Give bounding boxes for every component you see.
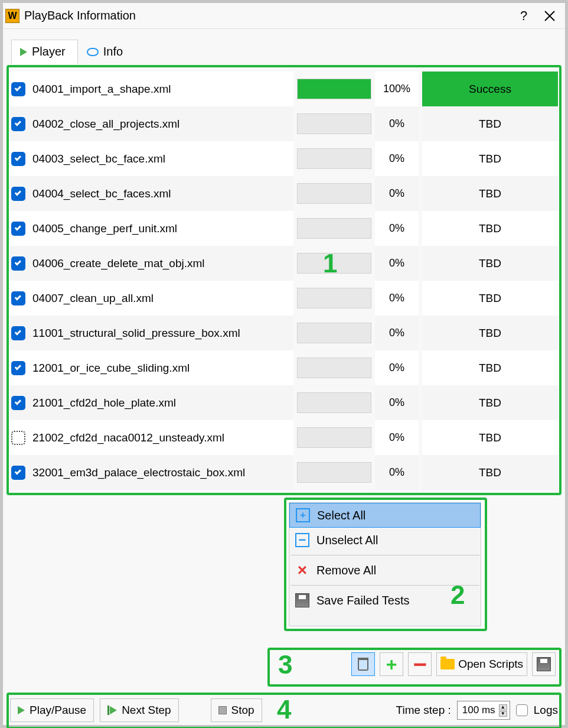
- checkmark-icon: [15, 294, 21, 300]
- progress-cell: [297, 281, 371, 316]
- logs-label: Logs: [534, 704, 558, 717]
- tab-info[interactable]: Info: [78, 40, 135, 64]
- status-cell: TBD: [422, 281, 558, 316]
- close-button[interactable]: [537, 3, 563, 29]
- table-row[interactable]: 21002_cfd2d_naca0012_unsteady.xml0%TBD: [10, 420, 558, 455]
- status-cell: TBD: [422, 350, 558, 385]
- progress-cell: [297, 455, 371, 490]
- status-cell: Success: [422, 72, 558, 106]
- progress-cell: [297, 176, 371, 211]
- progress-cell: [297, 72, 371, 106]
- table-row[interactable]: 11001_structural_solid_pressure_box.xml0…: [10, 316, 558, 350]
- row-checkbox[interactable]: [11, 291, 25, 306]
- logs-checkbox[interactable]: [516, 704, 528, 716]
- table-row[interactable]: 04002_close_all_projects.xml0%TBD: [10, 106, 558, 141]
- window-title: PlayBack Information: [24, 9, 511, 22]
- row-checkbox[interactable]: [11, 256, 25, 271]
- row-checkbox[interactable]: [11, 361, 25, 375]
- play-pause-button[interactable]: Play/Pause: [10, 698, 94, 722]
- stop-label: Stop: [231, 704, 254, 717]
- cell-name: 04006_create_delete_mat_obj.xml: [10, 246, 293, 281]
- status-cell: TBD: [422, 176, 558, 211]
- progress-bar: [297, 462, 371, 483]
- row-checkbox[interactable]: [11, 117, 25, 131]
- trash-button[interactable]: [351, 652, 375, 676]
- next-step-icon: [107, 706, 117, 715]
- checkmark-icon: [15, 84, 21, 91]
- add-button[interactable]: +: [380, 652, 403, 676]
- row-checkbox[interactable]: [11, 82, 25, 96]
- row-checkbox[interactable]: [11, 152, 25, 166]
- table-row[interactable]: 04004_select_bc_faces.xml0%TBD: [10, 176, 558, 211]
- menu-unselect-all[interactable]: − Unselect All: [289, 528, 481, 552]
- annotation-number-1: 1: [323, 249, 337, 278]
- row-checkbox[interactable]: [11, 431, 25, 445]
- save-button[interactable]: [532, 652, 556, 676]
- menu-save-failed-label: Save Failed Tests: [316, 594, 410, 607]
- next-step-label: Next Step: [122, 704, 171, 717]
- table-row[interactable]: 32001_em3d_palace_electrostaic_box.xml0%…: [10, 455, 558, 490]
- filename: 04005_change_perf_unit.xml: [32, 222, 177, 235]
- play-icon: [20, 48, 27, 56]
- checkmark-icon: [15, 189, 21, 196]
- trash-icon: [358, 658, 368, 671]
- percent-cell: 0%: [375, 455, 419, 490]
- row-checkbox[interactable]: [11, 222, 25, 236]
- help-button[interactable]: ?: [511, 3, 537, 29]
- x-icon: ×: [295, 563, 309, 577]
- cell-name: 11001_structural_solid_pressure_box.xml: [10, 316, 293, 350]
- row-checkbox[interactable]: [11, 326, 25, 340]
- save-icon: [295, 593, 309, 607]
- row-checkbox[interactable]: [11, 187, 25, 201]
- filename: 04004_select_bc_faces.xml: [32, 187, 171, 200]
- status-cell: TBD: [422, 455, 558, 490]
- table-row[interactable]: 04006_create_delete_mat_obj.xml0%TBD: [10, 246, 558, 281]
- progress-bar: [297, 392, 371, 413]
- filename: 21001_cfd2d_hole_plate.xml: [32, 396, 176, 410]
- spinner-down[interactable]: ▼: [499, 711, 507, 717]
- save-icon: [537, 657, 551, 671]
- annotation-number-2: 2: [451, 580, 465, 610]
- play-pause-label: Play/Pause: [30, 704, 86, 717]
- remove-button[interactable]: −: [408, 652, 432, 676]
- time-step-value: 100 ms: [462, 704, 495, 716]
- tab-player[interactable]: Player: [11, 40, 78, 64]
- play-icon: [18, 706, 25, 714]
- percent-cell: 0%: [375, 385, 419, 420]
- percent-cell: 100%: [375, 72, 419, 106]
- progress-bar: [297, 427, 371, 448]
- annotation-number-3: 3: [278, 650, 292, 680]
- row-checkbox[interactable]: [11, 466, 25, 480]
- content-area: 1 04001_import_a_shape.xml100%Success040…: [3, 64, 565, 725]
- annotation-number-4: 4: [277, 695, 291, 724]
- cell-name: 04001_import_a_shape.xml: [10, 72, 293, 106]
- spinner-up[interactable]: ▲: [499, 704, 507, 710]
- tab-info-label: Info: [103, 45, 123, 58]
- checkmark-icon: [15, 224, 21, 230]
- next-step-button[interactable]: Next Step: [100, 698, 178, 722]
- cell-name: 04007_clean_up_all.xml: [10, 281, 293, 316]
- menu-remove-all[interactable]: × Remove All: [289, 558, 481, 583]
- cell-name: 04005_change_perf_unit.xml: [10, 211, 293, 246]
- cell-name: 21002_cfd2d_naca0012_unsteady.xml: [10, 420, 293, 455]
- percent-cell: 0%: [375, 281, 419, 316]
- minus-square-icon: −: [295, 533, 309, 547]
- open-scripts-button[interactable]: Open Scripts: [436, 652, 527, 676]
- time-step-spinner[interactable]: 100 ms ▲ ▼: [457, 701, 510, 720]
- stop-button[interactable]: Stop: [211, 698, 262, 722]
- time-step-label: Time step :: [396, 704, 451, 717]
- filename: 21002_cfd2d_naca0012_unsteady.xml: [32, 431, 224, 444]
- table-row[interactable]: 04003_select_bc_face.xml0%TBD: [10, 141, 558, 176]
- table-row[interactable]: 04005_change_perf_unit.xml0%TBD: [10, 211, 558, 246]
- percent-cell: 0%: [375, 106, 419, 141]
- table-row[interactable]: 12001_or_ice_cube_sliding.xml0%TBD: [10, 350, 558, 385]
- plus-square-icon: +: [296, 508, 310, 522]
- filename: 04006_create_delete_mat_obj.xml: [32, 257, 205, 270]
- menu-select-all[interactable]: + Select All: [289, 503, 481, 528]
- table-row[interactable]: 04001_import_a_shape.xml100%Success: [10, 72, 558, 106]
- table-row[interactable]: 21001_cfd2d_hole_plate.xml0%TBD: [10, 385, 558, 420]
- table-row[interactable]: 04007_clean_up_all.xml0%TBD: [10, 281, 558, 316]
- status-cell: TBD: [422, 141, 558, 176]
- row-checkbox[interactable]: [11, 396, 25, 410]
- progress-cell: [297, 141, 371, 176]
